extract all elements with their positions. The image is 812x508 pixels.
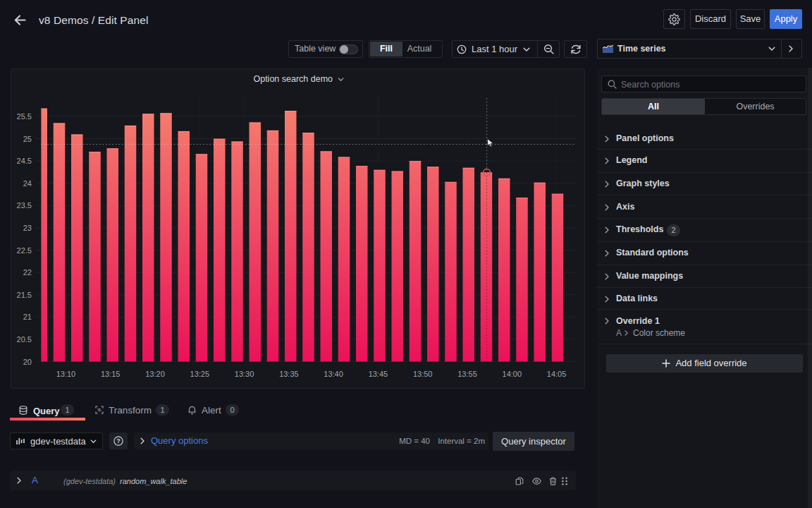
svg-text:13:10: 13:10 [56, 370, 76, 378]
svg-text:22: 22 [23, 268, 32, 277]
svg-text:14:00: 14:00 [503, 370, 522, 378]
svg-text:13:50: 13:50 [413, 370, 433, 378]
svg-text:13:15: 13:15 [101, 370, 121, 378]
svg-text:25.5: 25.5 [17, 112, 32, 121]
svg-text:13:35: 13:35 [279, 370, 299, 378]
svg-text:13:55: 13:55 [457, 370, 477, 378]
svg-text:24.5: 24.5 [17, 157, 32, 165]
svg-text:22.5: 22.5 [17, 246, 32, 255]
svg-text:23.5: 23.5 [17, 201, 32, 210]
svg-text:20: 20 [23, 358, 32, 366]
svg-text:25: 25 [23, 135, 32, 143]
svg-text:20.5: 20.5 [17, 335, 32, 344]
svg-text:13:40: 13:40 [324, 370, 343, 378]
svg-text:23: 23 [23, 224, 32, 232]
svg-text:13:45: 13:45 [369, 370, 388, 378]
svg-text:21.5: 21.5 [17, 291, 32, 299]
svg-text:14:05: 14:05 [547, 370, 567, 378]
svg-text:13:20: 13:20 [145, 370, 165, 378]
svg-text:21: 21 [23, 313, 32, 321]
svg-text:13:30: 13:30 [235, 370, 254, 378]
svg-text:?: ? [116, 437, 121, 445]
svg-text:24: 24 [23, 179, 32, 188]
svg-text:13:25: 13:25 [190, 370, 210, 378]
